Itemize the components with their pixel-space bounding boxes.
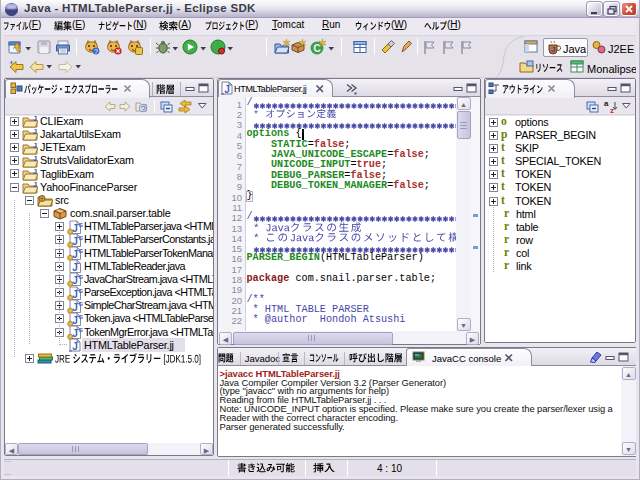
svg-text:G: G (79, 248, 84, 254)
svg-text:J: J (33, 142, 37, 149)
svg-text:J: J (33, 128, 37, 135)
svg-text:J: J (551, 45, 555, 54)
svg-text:G: G (79, 235, 84, 241)
svg-text:J: J (33, 115, 37, 122)
svg-text:a: a (604, 99, 609, 108)
svg-text:J: J (72, 262, 78, 273)
svg-text:G: G (79, 314, 84, 320)
svg-text:G: G (79, 274, 84, 280)
svg-text:?: ? (94, 48, 98, 55)
svg-text:J: J (33, 168, 37, 175)
svg-text:J: J (33, 181, 37, 188)
svg-text:G: G (79, 288, 84, 294)
svg-text:G: G (79, 301, 84, 307)
svg-text:J: J (224, 84, 230, 95)
svg-text:J: J (33, 155, 37, 162)
svg-text:G: G (79, 327, 84, 333)
svg-text:G: G (79, 222, 84, 228)
svg-text:C: C (313, 43, 320, 54)
